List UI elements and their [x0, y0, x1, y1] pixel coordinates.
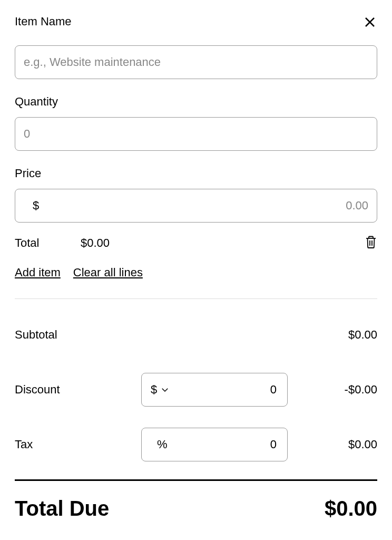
subtotal-value: $0.00: [141, 328, 377, 342]
add-item-link[interactable]: Add item: [15, 266, 61, 279]
discount-label: Discount: [15, 383, 141, 397]
tax-label: Tax: [15, 438, 141, 451]
discount-value: -$0.00: [288, 383, 377, 397]
chevron-down-icon: [160, 385, 170, 394]
line-total-label: Total: [15, 236, 81, 250]
divider: [15, 298, 377, 299]
subtotal-label: Subtotal: [15, 328, 141, 342]
tax-value: $0.00: [288, 438, 377, 451]
line-total-value: $0.00: [81, 236, 365, 250]
total-due-label: Total Due: [15, 497, 109, 520]
total-divider: [15, 479, 377, 481]
tax-unit-label: %: [157, 438, 168, 451]
discount-unit-value: $: [151, 383, 157, 397]
close-button[interactable]: [362, 15, 377, 32]
total-due-value: $0.00: [325, 497, 377, 520]
quantity-input[interactable]: [15, 117, 377, 151]
price-currency-prefix: $: [33, 199, 39, 213]
price-label: Price: [15, 167, 377, 180]
item-name-label: Item Name: [15, 15, 72, 28]
item-name-input[interactable]: [15, 45, 377, 79]
discount-unit-select[interactable]: $: [151, 383, 170, 397]
clear-all-link[interactable]: Clear all lines: [73, 266, 143, 279]
delete-line-button[interactable]: [365, 235, 377, 251]
trash-icon: [365, 235, 377, 249]
close-icon: [364, 16, 376, 28]
price-input[interactable]: [15, 189, 377, 223]
quantity-label: Quantity: [15, 95, 377, 109]
